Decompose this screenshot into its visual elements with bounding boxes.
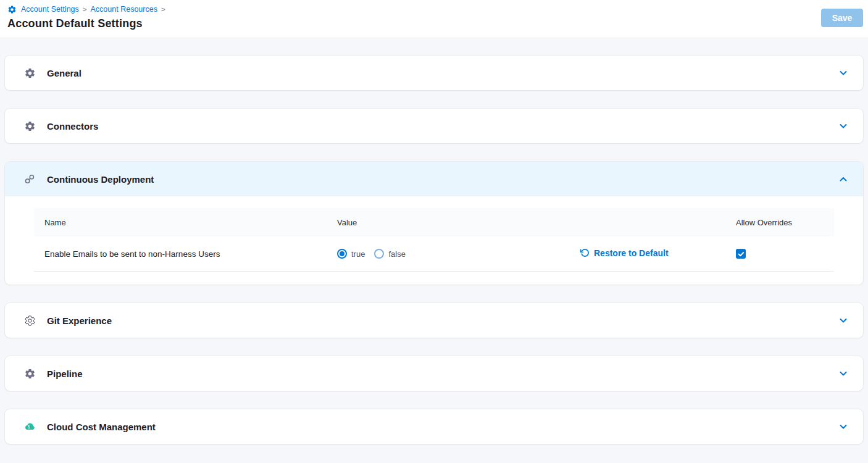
radio-option-true[interactable]: true [337,249,365,259]
continuous-deployment-panel: Name Value Allow Overrides Enable Emails… [5,196,863,285]
section-card-cloud-cost-management: $ Cloud Cost Management [5,409,863,444]
chevron-down-icon[interactable] [838,315,848,325]
checkmark-icon [738,251,745,257]
section-title: Pipeline [47,369,83,379]
section-header-pipeline[interactable]: Pipeline [5,356,863,391]
section-header-continuous-deployment[interactable]: Continuous Deployment [5,162,863,196]
radio-unselected-icon [374,249,384,259]
column-header-value: Value [337,218,736,227]
svg-text:$: $ [28,425,30,430]
radio-label: false [388,249,405,259]
section-header-general[interactable]: General [5,56,863,90]
breadcrumb-account-settings[interactable]: Account Settings [21,4,79,14]
restore-to-default-link[interactable]: Restore to Default [580,248,669,258]
restore-label: Restore to Default [594,248,669,258]
section-title: Git Experience [47,315,112,326]
restore-icon [580,248,590,257]
setting-name: Enable Emails to be sent to non-Harness … [44,249,337,259]
breadcrumb: Account Settings > Account Resources > [7,4,861,14]
chevron-down-icon[interactable] [838,422,848,432]
chevron-down-icon[interactable] [838,369,848,378]
section-card-general: General [5,56,863,90]
section-title: General [47,68,81,78]
gear-icon [23,367,36,380]
account-settings-gear-icon [7,5,17,14]
section-title: Continuous Deployment [47,174,154,185]
column-header-allow-overrides: Allow Overrides [736,218,834,227]
section-title: Connectors [47,121,98,131]
radio-selected-icon [337,249,347,259]
settings-list: General Connectors Continuous Deployment [0,38,868,463]
gear-icon [23,67,36,79]
section-card-git-experience: Git Experience [5,303,863,338]
breadcrumb-separator: > [83,4,87,14]
cloud-dollar-icon: $ [23,420,36,433]
setting-value-radio-group: true false [337,249,580,259]
save-button[interactable]: Save [821,9,863,27]
section-title: Cloud Cost Management [47,422,156,432]
allow-overrides-checkbox[interactable] [736,249,746,259]
chevron-down-icon[interactable] [838,121,848,131]
chevron-up-icon[interactable] [838,174,848,184]
section-card-continuous-deployment: Continuous Deployment Name Value Allow O… [5,162,863,285]
gear-outline-icon [23,314,36,327]
section-header-connectors[interactable]: Connectors [5,109,863,143]
radio-label: true [351,249,365,259]
page-title: Account Default Settings [7,17,861,30]
settings-table-header: Name Value Allow Overrides [34,208,834,236]
column-header-name: Name [44,218,337,227]
section-header-cloud-cost-management[interactable]: $ Cloud Cost Management [5,409,863,444]
breadcrumb-account-resources[interactable]: Account Resources [91,4,157,14]
section-card-pipeline: Pipeline [5,356,863,391]
table-row: Enable Emails to be sent to non-Harness … [34,236,834,272]
radio-option-false[interactable]: false [374,249,405,259]
section-header-git-experience[interactable]: Git Experience [5,303,863,338]
page-header: Account Settings > Account Resources > A… [0,0,868,38]
chevron-down-icon[interactable] [838,68,848,78]
section-card-connectors: Connectors [5,109,863,143]
link-icon [23,173,36,185]
breadcrumb-separator: > [161,4,165,14]
gear-icon [23,120,36,132]
